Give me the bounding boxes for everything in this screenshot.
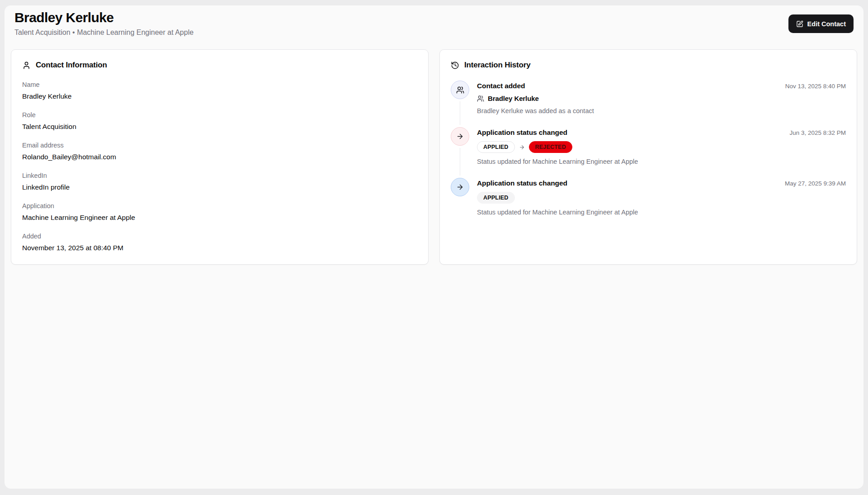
timeline-connector	[460, 148, 460, 176]
status-badge-rejected: REJECTED	[529, 141, 572, 153]
field-label: Application	[22, 202, 417, 210]
field-name: Name Bradley Kerluke	[22, 81, 417, 101]
field-label: Added	[22, 232, 417, 241]
contact-card-header: Contact Information	[22, 61, 417, 70]
field-label: Email address	[22, 141, 417, 150]
timeline-event-status-rejected: Application status changed Jun 3, 2025 8…	[451, 127, 846, 178]
event-contact-row: Bradley Kerluke	[477, 95, 846, 102]
history-card-header: Interaction History	[451, 61, 846, 70]
status-row: APPLIED	[477, 192, 846, 204]
field-role: Role Talent Acquisition	[22, 111, 417, 131]
event-timestamp: Nov 13, 2025 8:40 PM	[785, 83, 846, 90]
app-container: Bradley Kerluke Talent Acquisition • Mac…	[5, 5, 863, 489]
page-title: Bradley Kerluke	[14, 9, 193, 26]
event-timestamp: May 27, 2025 9:39 AM	[785, 180, 846, 187]
edit-contact-button-label: Edit Contact	[807, 20, 846, 28]
page-header: Bradley Kerluke Talent Acquisition • Mac…	[11, 9, 857, 38]
timeline-rail	[451, 127, 469, 178]
field-value: Bradley Kerluke	[22, 91, 417, 101]
users-icon	[451, 81, 469, 99]
field-email: Email address Rolando_Bailey@hotmail.com	[22, 141, 417, 162]
event-description: Status updated for Machine Learning Engi…	[477, 157, 846, 166]
page-header-text: Bradley Kerluke Talent Acquisition • Mac…	[14, 9, 193, 38]
field-value: Machine Learning Engineer at Apple	[22, 213, 417, 222]
cards-row: Contact Information Name Bradley Kerluke…	[11, 49, 857, 265]
event-body: Application status changed May 27, 2025 …	[477, 178, 846, 219]
history-icon	[451, 61, 459, 70]
event-timestamp: Jun 3, 2025 8:32 PM	[789, 129, 846, 136]
event-title: Application status changed	[477, 179, 567, 188]
timeline-connector	[460, 101, 460, 125]
status-badge-applied: APPLIED	[477, 192, 515, 204]
contact-information-card: Contact Information Name Bradley Kerluke…	[11, 49, 429, 265]
field-added: Added November 13, 2025 at 08:40 PM	[22, 232, 417, 252]
page-subtitle: Talent Acquisition • Machine Learning En…	[14, 28, 193, 38]
field-label: Role	[22, 111, 417, 119]
timeline-rail	[451, 81, 469, 127]
arrow-right-icon	[519, 144, 525, 150]
arrow-right-icon	[451, 178, 469, 196]
status-badge-applied: APPLIED	[477, 141, 515, 153]
event-body: Contact added Nov 13, 2025 8:40 PM Bradl…	[477, 81, 846, 127]
event-body: Application status changed Jun 3, 2025 8…	[477, 127, 846, 178]
event-title: Application status changed	[477, 128, 567, 137]
users-icon	[477, 95, 484, 102]
history-card-title: Interaction History	[464, 61, 530, 70]
linkedin-profile-link[interactable]: LinkedIn profile	[22, 182, 417, 192]
edit-contact-button[interactable]: Edit Contact	[788, 14, 854, 33]
event-title: Contact added	[477, 81, 525, 90]
field-linkedin: LinkedIn LinkedIn profile	[22, 171, 417, 192]
field-label: LinkedIn	[22, 171, 417, 180]
email-link[interactable]: Rolando_Bailey@hotmail.com	[22, 152, 417, 162]
timeline-rail	[451, 178, 469, 219]
user-icon	[22, 61, 31, 70]
event-description: Bradley Kerluke was added as a contact	[477, 107, 846, 115]
field-value: Talent Acquisition	[22, 122, 417, 131]
event-description: Status updated for Machine Learning Engi…	[477, 208, 846, 217]
field-label: Name	[22, 81, 417, 89]
status-change-row: APPLIED REJECTED	[477, 141, 846, 153]
timeline-event-status-applied: Application status changed May 27, 2025 …	[451, 178, 846, 219]
edit-pencil-icon	[796, 20, 803, 28]
field-application: Application Machine Learning Engineer at…	[22, 202, 417, 222]
timeline-event-contact-added: Contact added Nov 13, 2025 8:40 PM Bradl…	[451, 81, 846, 127]
contact-card-title: Contact Information	[36, 61, 107, 70]
interaction-history-card: Interaction History Contact added	[439, 49, 857, 265]
event-contact-name: Bradley Kerluke	[488, 95, 539, 102]
arrow-right-icon	[451, 127, 469, 146]
field-value: November 13, 2025 at 08:40 PM	[22, 243, 417, 252]
